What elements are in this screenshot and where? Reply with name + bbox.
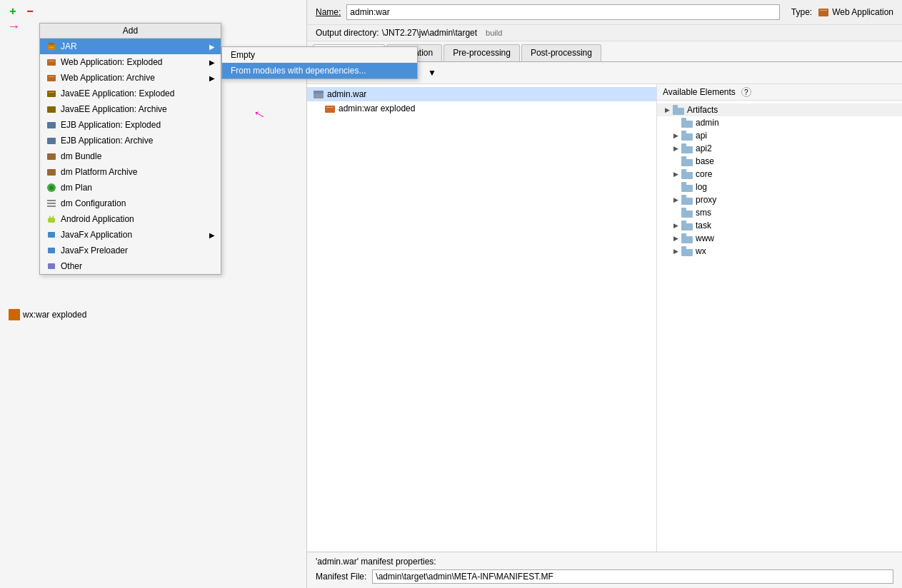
- dm-bundle-icon: [46, 151, 57, 162]
- core-folder-icon: [681, 169, 693, 179]
- ejb-exploded-icon: [46, 119, 57, 131]
- menu-item-ejb-archive[interactable]: EJB Application: Archive: [40, 133, 221, 148]
- sms-folder-icon: [681, 208, 693, 218]
- avail-item-task-label: task: [696, 220, 711, 230]
- android-icon: [46, 213, 57, 225]
- svg-rect-50: [681, 172, 693, 179]
- manifest-file-input[interactable]: [372, 569, 893, 584]
- tab-post-processing[interactable]: Post-processing: [521, 44, 601, 61]
- avail-item-sms[interactable]: ▶ sms: [657, 206, 902, 219]
- avail-item-base[interactable]: ▶ base: [657, 155, 902, 168]
- menu-item-dm-plan-label: dm Plan: [61, 183, 92, 193]
- avail-item-task[interactable]: ▶ task: [657, 219, 902, 232]
- avail-item-core[interactable]: ▶ core: [657, 168, 902, 181]
- avail-item-www[interactable]: ▶ www: [657, 232, 902, 245]
- tab-pre-processing[interactable]: Pre-processing: [444, 44, 520, 61]
- submenu-from-modules[interactable]: From modules with dependencies...: [222, 63, 417, 78]
- avail-item-api2[interactable]: ▶ api2: [657, 142, 902, 155]
- svg-rect-37: [314, 91, 324, 93]
- menu-item-javaee-archive[interactable]: JavaEE Application: Archive: [40, 101, 221, 117]
- remove-button[interactable]: −: [23, 4, 37, 19]
- api2-expand[interactable]: ▶: [671, 144, 680, 153]
- submenu-empty[interactable]: Empty: [222, 47, 417, 63]
- avail-item-log[interactable]: ▶ log: [657, 181, 902, 193]
- manifest-row: Manifest File:: [316, 569, 893, 584]
- task-expand[interactable]: ▶: [671, 221, 680, 230]
- available-header: Available Elements ?: [657, 84, 902, 101]
- svg-rect-49: [681, 156, 686, 160]
- svg-rect-5: [47, 75, 56, 81]
- wx-folder-icon: [681, 246, 693, 256]
- menu-item-dm-config[interactable]: dm Configuration: [40, 196, 221, 211]
- svg-rect-56: [681, 211, 693, 218]
- menu-item-dm-platform[interactable]: dm Platform Archive: [40, 164, 221, 180]
- add-button[interactable]: +: [6, 4, 20, 19]
- svg-rect-4: [49, 61, 54, 61]
- dm-plan-icon: [46, 182, 57, 193]
- avail-item-base-label: base: [696, 156, 714, 166]
- avail-item-api[interactable]: ▶ api: [657, 129, 902, 142]
- svg-rect-18: [47, 206, 56, 207]
- svg-rect-44: [681, 133, 693, 141]
- javaee-archive-icon: [46, 103, 57, 115]
- svg-rect-52: [681, 185, 693, 192]
- artifacts-expand-arrow[interactable]: ▶: [663, 106, 671, 114]
- avail-item-proxy[interactable]: ▶ proxy: [657, 193, 902, 206]
- available-help-button[interactable]: ?: [741, 87, 751, 97]
- jar-submenu-arrow: ▶: [209, 43, 215, 51]
- javafx-icon: [46, 229, 57, 240]
- add-menu-header: Add: [40, 24, 221, 39]
- menu-item-ejb-exploded[interactable]: EJB Application: Exploded: [40, 117, 221, 133]
- menu-item-javafx-preloader[interactable]: JavaFx Preloader: [40, 243, 221, 258]
- menu-item-webapp-exploded[interactable]: Web Application: Exploded ▶: [40, 54, 221, 70]
- api2-folder-icon: [681, 143, 693, 153]
- name-input[interactable]: [346, 4, 779, 20]
- avail-item-admin[interactable]: ▶ admin: [657, 116, 902, 129]
- proxy-expand[interactable]: ▶: [671, 196, 680, 204]
- avail-item-core-label: core: [696, 169, 712, 179]
- svg-rect-55: [681, 195, 686, 198]
- available-tree: ▶ Artifacts ▶ admi: [657, 101, 902, 552]
- svg-rect-24: [48, 232, 55, 238]
- svg-rect-27: [818, 9, 828, 16]
- tree-item-admin-war[interactable]: admin.war: [307, 87, 656, 101]
- menu-item-javaee-exploded[interactable]: JavaEE Application: Exploded: [40, 86, 221, 101]
- avail-item-proxy-label: proxy: [696, 195, 716, 205]
- menu-item-javafx[interactable]: JavaFx Application ▶: [40, 227, 221, 243]
- menu-item-jar[interactable]: JAR ▶: [40, 39, 221, 54]
- menu-item-android[interactable]: Android Application: [40, 211, 221, 227]
- arrow-annotation-2: →: [248, 103, 271, 127]
- type-value-text: Web Application: [832, 7, 893, 17]
- svg-rect-58: [681, 223, 693, 230]
- dm-platform-icon: [46, 166, 57, 178]
- svg-rect-47: [681, 143, 686, 147]
- output-tree: admin.war admin:war exploded: [307, 84, 657, 552]
- right-panel: Name: Type: Web Application Output direc…: [307, 0, 902, 588]
- output-btn-down[interactable]: ▼: [424, 65, 440, 81]
- tree-item-admin-war-exploded[interactable]: admin:war exploded: [307, 101, 656, 116]
- log-folder-icon: [681, 182, 693, 192]
- available-header-label: Available Elements: [663, 87, 736, 97]
- api-expand[interactable]: ▶: [671, 131, 680, 140]
- menu-item-dm-plan[interactable]: dm Plan: [40, 180, 221, 196]
- wx-expand[interactable]: ▶: [671, 247, 680, 255]
- avail-item-sms-label: sms: [696, 208, 711, 218]
- menu-item-ejb-archive-label: EJB Application: Archive: [61, 136, 153, 146]
- svg-rect-11: [47, 138, 56, 144]
- type-value: Web Application: [818, 6, 893, 18]
- javafx-submenu-arrow: ▶: [209, 231, 215, 239]
- menu-item-dm-bundle[interactable]: dm Bundle: [40, 148, 221, 164]
- artifact-wx-war-exploded[interactable]: wx:war exploded: [0, 307, 306, 323]
- menu-item-other[interactable]: Other: [40, 258, 221, 274]
- svg-rect-16: [47, 200, 56, 201]
- www-expand[interactable]: ▶: [671, 234, 680, 243]
- artifacts-section-label: Artifacts: [687, 105, 718, 115]
- svg-rect-3: [47, 59, 56, 66]
- avail-item-wx[interactable]: ▶ wx: [657, 245, 902, 258]
- wx-war-exploded-icon: [9, 309, 20, 320]
- main-container: → + − Add JAR ▶ Web Application: Exp: [0, 0, 902, 588]
- svg-rect-45: [681, 131, 686, 134]
- core-expand[interactable]: ▶: [671, 170, 680, 178]
- menu-item-jar-label: JAR: [61, 41, 77, 51]
- menu-item-webapp-archive[interactable]: Web Application: Archive ▶: [40, 70, 221, 86]
